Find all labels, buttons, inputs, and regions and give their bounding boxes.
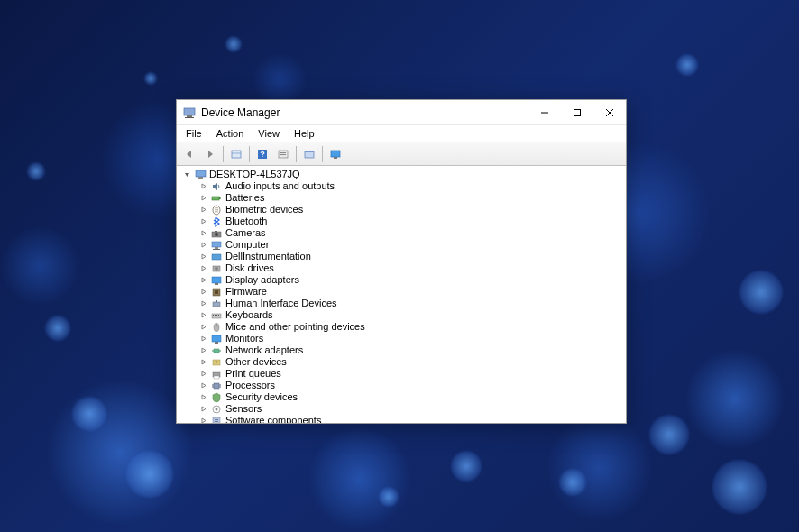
scan-button[interactable] bbox=[326, 144, 345, 164]
category-label: Mice and other pointing devices bbox=[225, 321, 365, 333]
tree-category-node[interactable]: Batteries bbox=[193, 192, 626, 204]
svg-rect-26 bbox=[215, 231, 217, 233]
menu-help[interactable]: Help bbox=[287, 126, 322, 141]
chevron-right-icon[interactable] bbox=[198, 287, 208, 297]
chevron-right-icon[interactable] bbox=[198, 205, 208, 215]
svg-point-32 bbox=[215, 267, 218, 271]
forward-button[interactable] bbox=[200, 144, 220, 164]
category-label: Disk drives bbox=[225, 262, 274, 274]
chevron-right-icon[interactable] bbox=[198, 263, 208, 273]
tree-category-node[interactable]: ?Other devices bbox=[193, 356, 626, 368]
tree-category-node[interactable]: Biometric devices bbox=[193, 204, 626, 216]
chevron-right-icon[interactable] bbox=[198, 275, 208, 285]
svg-rect-38 bbox=[216, 300, 217, 302]
chevron-right-icon[interactable] bbox=[198, 392, 208, 402]
category-label: Biometric devices bbox=[225, 204, 303, 216]
back-button[interactable] bbox=[179, 144, 199, 164]
chevron-right-icon[interactable] bbox=[198, 416, 208, 423]
svg-rect-29 bbox=[213, 249, 220, 250]
titlebar[interactable]: Device Manager bbox=[177, 100, 626, 125]
svg-rect-20 bbox=[197, 179, 205, 179]
svg-rect-39 bbox=[212, 314, 221, 318]
chevron-right-icon[interactable] bbox=[198, 334, 208, 344]
chevron-down-icon[interactable] bbox=[182, 170, 192, 179]
svg-rect-4 bbox=[574, 109, 581, 115]
tree-category-node[interactable]: Security devices bbox=[193, 391, 626, 403]
chevron-right-icon[interactable] bbox=[198, 216, 208, 226]
toolbar-separator bbox=[223, 146, 224, 162]
tree-category-node[interactable]: Mice and other pointing devices bbox=[193, 321, 626, 333]
show-hidden-button[interactable] bbox=[226, 144, 246, 164]
window-controls bbox=[528, 100, 626, 124]
security-icon bbox=[210, 391, 223, 403]
mouse-icon bbox=[210, 321, 223, 333]
tree-category-node[interactable]: Keyboards bbox=[193, 309, 626, 321]
minimize-button[interactable] bbox=[528, 100, 561, 124]
tree-category-node[interactable]: Computer bbox=[193, 239, 626, 251]
tree-root-node[interactable]: DESKTOP-4L537JQ bbox=[180, 169, 626, 180]
category-label: Security devices bbox=[225, 391, 298, 403]
close-button[interactable] bbox=[593, 100, 626, 124]
svg-rect-1 bbox=[187, 115, 192, 117]
tree-category-node[interactable]: Disk drives bbox=[193, 262, 626, 274]
category-label: Bluetooth bbox=[225, 216, 267, 227]
tree-category-node[interactable]: Sensors bbox=[193, 403, 626, 415]
device-tree[interactable]: DESKTOP-4L537JQ Audio inputs and outputs… bbox=[177, 166, 626, 423]
maximize-button[interactable] bbox=[561, 100, 593, 124]
svg-rect-64 bbox=[215, 419, 218, 420]
chevron-right-icon[interactable] bbox=[198, 181, 208, 191]
chevron-right-icon[interactable] bbox=[198, 240, 208, 250]
chevron-right-icon[interactable] bbox=[198, 345, 208, 355]
tree-category-node[interactable]: Display adapters bbox=[193, 274, 626, 286]
refresh-button[interactable] bbox=[273, 144, 293, 164]
category-label: Display adapters bbox=[225, 274, 299, 286]
toolbar-separator bbox=[322, 146, 323, 162]
svg-rect-27 bbox=[212, 242, 221, 247]
device-manager-window: Device Manager File Action View Help bbox=[176, 99, 627, 424]
tree-category-node[interactable]: Software components bbox=[193, 415, 626, 423]
help-button[interactable]: ? bbox=[253, 144, 272, 164]
svg-rect-18 bbox=[196, 170, 206, 177]
tree-category-node[interactable]: Firmware bbox=[193, 286, 626, 298]
svg-rect-37 bbox=[213, 302, 220, 307]
chevron-right-icon[interactable] bbox=[198, 228, 208, 238]
svg-rect-33 bbox=[212, 277, 221, 283]
tree-category-node[interactable]: DellInstrumentation bbox=[193, 251, 626, 262]
category-label: Computer bbox=[225, 239, 269, 251]
menu-action[interactable]: Action bbox=[209, 126, 252, 141]
chevron-right-icon[interactable] bbox=[198, 404, 208, 414]
menu-file[interactable]: File bbox=[179, 126, 209, 141]
tree-category-node[interactable]: Network adapters bbox=[193, 344, 626, 356]
svg-rect-28 bbox=[215, 247, 218, 249]
chevron-right-icon[interactable] bbox=[198, 310, 208, 320]
menu-view[interactable]: View bbox=[251, 126, 287, 141]
chevron-right-icon[interactable] bbox=[198, 381, 208, 390]
properties-button[interactable] bbox=[299, 144, 319, 164]
chevron-right-icon[interactable] bbox=[198, 357, 208, 367]
tree-category-node[interactable]: Processors bbox=[193, 380, 626, 391]
tree-category-node[interactable]: Print queues bbox=[193, 368, 626, 380]
svg-rect-63 bbox=[213, 417, 220, 424]
chevron-right-icon[interactable] bbox=[198, 298, 208, 308]
tree-category-node[interactable]: Human Interface Devices bbox=[193, 298, 626, 309]
chevron-right-icon[interactable] bbox=[198, 193, 208, 203]
category-label: Software components bbox=[225, 415, 321, 423]
svg-rect-41 bbox=[215, 315, 216, 316]
tree-children: Audio inputs and outputsBatteriesBiometr… bbox=[180, 180, 626, 423]
tree-category-node[interactable]: Bluetooth bbox=[193, 216, 626, 227]
tree-category-node[interactable]: Audio inputs and outputs bbox=[193, 180, 626, 192]
category-label: Audio inputs and outputs bbox=[225, 180, 335, 192]
chevron-right-icon[interactable] bbox=[198, 322, 208, 332]
svg-point-25 bbox=[215, 233, 218, 236]
svg-rect-12 bbox=[280, 152, 286, 153]
chevron-right-icon[interactable] bbox=[198, 369, 208, 379]
svg-rect-22 bbox=[219, 197, 221, 199]
svg-point-62 bbox=[216, 408, 218, 410]
hid-icon bbox=[210, 298, 223, 309]
svg-rect-16 bbox=[331, 151, 340, 157]
tree-category-node[interactable]: Cameras bbox=[193, 227, 626, 239]
chevron-right-icon[interactable] bbox=[198, 252, 208, 261]
svg-rect-42 bbox=[216, 315, 217, 316]
network-icon bbox=[210, 344, 223, 356]
tree-category-node[interactable]: Monitors bbox=[193, 333, 626, 344]
